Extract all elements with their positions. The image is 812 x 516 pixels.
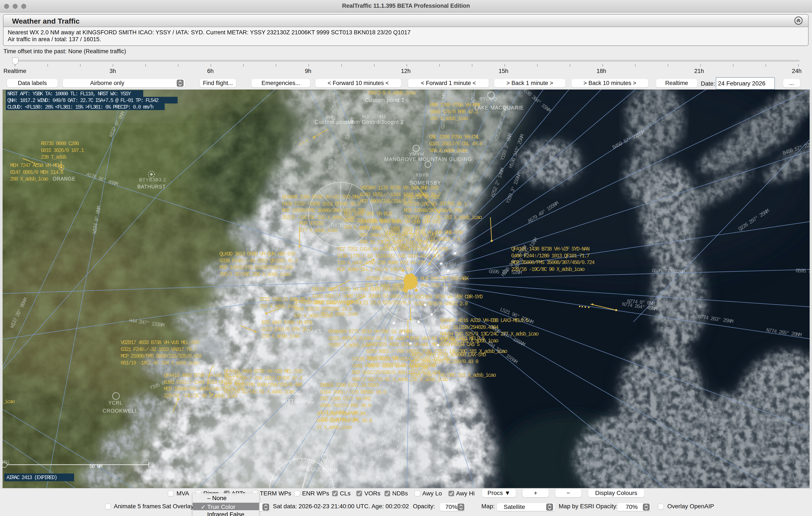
svg-text:220/16 -19C/8C 90 X_adsb_icao: 220/16 -19C/8C 90 X_adsb_icao xyxy=(511,266,585,273)
svg-text:ILS 34R: ILS 34R xyxy=(424,308,443,313)
svg-text:MCP 601C/25/836/0.468|212/276/: MCP 601C/25/836/0.468|212/276/0.428 xyxy=(352,370,441,376)
svg-text:CROOKWELL: CROOKWELL xyxy=(103,408,138,414)
svg-text:VOZ817 4033 B738 VH-VUS MEL-SY: VOZ817 4033 B738 VH-VUS MEL-SYD xyxy=(121,340,199,346)
svg-text:277 X_adsb_icao: 277 X_adsb_icao xyxy=(299,227,338,234)
svg-text:YMVM: YMVM xyxy=(409,151,424,157)
svg-text:W201 170°: W201 170° xyxy=(470,90,477,103)
svg-text:210 X_adsb_icao: 210 X_adsb_icao xyxy=(260,303,298,309)
svg-text:118 X_adsb_icao 12M 3000 R22 V: 118 X_adsb_icao 12M 3000 R22 VH-12M xyxy=(337,260,426,266)
svg-text:245A21N VH-OIR: 245A21N VH-OIR xyxy=(404,194,439,200)
svg-text:G321 F240↓/-32 1013 VA817 79.7: G321 F240↓/-32 1013 VA817 79.7 xyxy=(121,346,197,353)
svg-text:H2: H2 xyxy=(380,114,386,119)
svg-text:TAMMI B9000: TAMMI B9000 xyxy=(365,309,398,314)
svg-text:BYLMQ: BYLMQ xyxy=(480,96,497,101)
svg-text:MCP 14016/279.8|268/338/0.520: MCP 14016/279.8|268/338/0.520 xyxy=(220,265,293,271)
svg-text:G068 7017/0 PRZ 40.9: G068 7017/0 PRZ 40.9 xyxy=(320,403,371,409)
svg-text:R8735 0000 C206: R8735 0000 C206 xyxy=(41,141,79,147)
svg-text:CNL 1200 P28A VH-CNL: CNL 1200 P28A VH-CNL xyxy=(429,134,480,140)
svg-text:VOZ908 1176 B738 VH-IWX BNE-SY: VOZ908 1176 B738 VH-IWX BNE-SYD xyxy=(360,185,438,191)
svg-text:QFA487 4616 A332 VH-EBB LAX3-M: QFA487 4616 A332 VH-EBB LAX3-MEL9.5 xyxy=(440,317,529,324)
svg-text:VOZ7464 SF34 VH-VER CBR-SYD: VOZ7464 SF34 VH-VER CBR-SYD xyxy=(414,294,483,300)
svg-text:VOZ912 4062 B738 VH-VOO BNE-SY: VOZ912 4062 B738 VH-VOO BNE-SYD xyxy=(384,230,463,236)
svg-text:288 X_adsb_icao: 288 X_adsb_icao xyxy=(10,176,48,182)
svg-text:G136 1776↓/-83 1CZ42412 540 10: G136 1776↓/-83 1CZ42412 540 1018 AA73 3.… xyxy=(337,253,441,259)
svg-text:GT22 5301/0 BTN 35.7: GT22 5301/0 BTN 35.7 xyxy=(260,296,310,303)
svg-text:37 X_adsb_icao: 37 X_adsb_icao xyxy=(316,424,352,431)
svg-text:H3: H3 xyxy=(362,114,369,119)
svg-text:Custom point 1: Custom point 1 xyxy=(365,97,405,103)
svg-text:YSYB: YSYB xyxy=(415,172,429,178)
svg-text:50 NM: 50 NM xyxy=(89,463,103,469)
svg-text:QFA101 1430 B738 VH-VZF SYD-NA: QFA101 1430 B738 VH-VZF SYD-NAN xyxy=(511,246,589,252)
svg-text:G015 3026/0 107.1: G015 3026/0 107.1 xyxy=(41,148,84,154)
svg-text:ENDEV A2000: ENDEV A2000 xyxy=(408,326,443,332)
svg-text:011/10-18C 43 JST753 18.1: 011/10-18C 43 JST753 18.1 xyxy=(404,201,467,207)
svg-text:BTN 4047 P28A VH-BTN: BTN 4047 P28A VH-BTN xyxy=(262,320,312,326)
svg-text:G342 31|250/294020.4304: G342 31|250/294020.4304 xyxy=(440,324,498,331)
svg-text:QFA840 1356 B738 VH-VZJ SYD-DR: QFA840 1356 B738 VH-VZJ SYD-DRW xyxy=(282,194,360,200)
svg-text:G460 F244↑/1280 1013 QF101 71.: G460 F244↑/1280 1013 QF101 71.7 xyxy=(511,253,589,259)
svg-text:G301 F1954/-1288 1044 VU863 29: G301 F1954/-1288 1044 VU863 29.43 xyxy=(352,363,435,369)
svg-text:MCP 21008/FMS 8000/219/326/0.5: MCP 21008/FMS 8000/219/326/0.524 xyxy=(121,353,202,359)
svg-text:G252 5976/0 VA631 2.9: G252 5976/0 VA631 2.9 xyxy=(414,301,468,307)
svg-text:241 X_adsb_icao: 241 X_adsb_icao xyxy=(430,116,468,122)
svg-text:G094 5281/704 JPL 38.9: G094 5281/704 JPL 38.9 xyxy=(316,418,372,424)
svg-text:G122 5301/0 BTN 35.7: G122 5301/0 BTN 35.7 xyxy=(262,327,312,333)
svg-text:MCP 35008/FMS 35008/307/450/0.: MCP 35008/FMS 35008/307/450/0.724 xyxy=(511,260,594,266)
svg-text:G101 35517/0 CNL 40.4: G101 35517/0 CNL 40.4 xyxy=(429,141,482,147)
svg-text:AIRAC 2413 (EXPIRED): AIRAC 2413 (EXPIRED) xyxy=(6,475,57,481)
svg-text:GOULBURN: GOULBURN xyxy=(307,467,338,473)
svg-text:G178 220↑/7 992 1018 VA912 7.8: G178 220↑/7 992 1018 VA912 7.8 xyxy=(384,236,460,243)
svg-text:G338 F140↓/-64 1013 QF2202 45.: G338 F140↓/-64 1013 QF2202 45.2 xyxy=(220,258,298,264)
svg-text:JDL: JDL xyxy=(1,459,10,465)
svg-text:G104 2001↓/-128 R8563 38.0: G104 2001↓/-128 R8563 38.0 xyxy=(320,389,386,395)
svg-text:VJC85 5016 A333 VH-A814 SYD-SY: VJC85 5016 A333 VH-A814 SYD-SYD SYD-ABX xyxy=(352,356,451,362)
svg-text:QFA416 3604 B738 VH-VZB MEL-SY: QFA416 3604 B738 VH-VZB MEL-SYD xyxy=(224,368,302,374)
svg-text:082/3 50C/15 6C X_adsb_235 X_a: 082/3 50C/15 6C X_adsb_235 X_adsb_icao xyxy=(352,376,448,383)
svg-text:R8563 1200 EVSS 24-8563: R8563 1200 EVSS 24-8563 xyxy=(320,382,379,389)
svg-text:025/10 1C/14C 61 X_adsb_icao: 025/10 1C/14C 61 X_adsb_icao xyxy=(224,389,295,395)
svg-text:RXA6463 6775 SF34 VH-ZRC G1 A6: RXA6463 6775 SF34 VH-ZRC G1 A6800 xyxy=(328,329,412,335)
svg-text:G312 F150↓/-768 1013 QF416 47.: G312 F150↓/-768 1013 QF416 47.4 xyxy=(224,375,302,382)
svg-text:MITTAGONG: MITTAGONG xyxy=(281,398,314,404)
svg-text:166 X_adsb_icao: 166 X_adsb_icao xyxy=(429,148,467,154)
svg-text:FCZ 7251 C414 VH-FB7673B 043W: FCZ 7251 C414 VH-FB7673B 043W N724AN LAX… xyxy=(337,246,448,252)
svg-text:ORANGE: ORANGE xyxy=(53,176,76,182)
svg-text:G439 F232↑/1600 1013 QF840 38.: G439 F232↑/1600 1013 QF840 38.0 xyxy=(282,201,360,207)
svg-text:BLR 1200 B06 VH-BLR: BLR 1200 B06 VH-BLR xyxy=(344,211,392,217)
svg-text:G083 576/0 RRK 47.1: G083 576/0 RRK 47.1 xyxy=(430,109,478,115)
svg-text:NAW34 CAS 525/3 13C/24C 277 X_: NAW34 CAS 525/3 13C/24C 277 X_adsb_icao xyxy=(440,331,539,337)
svg-text:14C/30C 181 X_adsb_icao: 14C/30C 181 X_adsb_icao xyxy=(440,338,498,344)
svg-text:MANGROVE MOUNTAIN GLIDING: MANGROVE MOUNTAIN GLIDING xyxy=(384,156,472,162)
svg-text:297 X_adsb_icao: 297 X_adsb_icao xyxy=(320,311,358,317)
svg-text:G595 77° 32NM: G595 77° 32NM xyxy=(651,268,685,275)
svg-text:MCP 6000/FMS 8000/250/320/0.49: MCP 6000/FMS 8000/250/320/0.496 xyxy=(224,382,302,388)
svg-text:QLK426D 3646 DH8D VH-QOB CBR-S: QLK426D 3646 DH8D VH-QOB CBR-SYD xyxy=(359,219,440,225)
svg-text:RRK 1200 P28A VH-RRK: RRK 1200 P28A VH-RRK xyxy=(430,102,481,108)
svg-text:MCP 3008/154.1 G4L/A 146/0.220: MCP 3008/154.1 G4L/A 146/0.220 xyxy=(337,267,413,273)
svg-text:BATHURST: BATHURST xyxy=(137,184,166,189)
svg-text:POL23 0023 B429 VH-PHB G095 P0: POL23 0023 B429 VH-PHB G095 P01/0/849 xyxy=(312,286,406,293)
svg-text:MCP 32000/282/466/0.780: MCP 32000/282/466/0.780 xyxy=(404,208,462,214)
svg-text:290/3-5 X_adsb_icao: 290/3-5 X_adsb_icao xyxy=(368,90,416,96)
svg-text:LAKE MACQUARIE: LAKE MACQUARIE xyxy=(474,105,524,111)
svg-text:JPL 1200 P28A VH-JPL: JPL 1200 P28A VH-JPL xyxy=(316,411,367,417)
svg-text:G243 580↑/7 1408 1218 JQ504 53: G243 580↑/7 1408 1218 JQ504 53 adsb_icao xyxy=(312,293,413,299)
svg-text:205/1 5C/20C 290 X_adsb_icao: 205/1 5C/20C 290 X_adsb_icao xyxy=(220,271,290,277)
svg-text:051/19 -18C/-4C 334 X_adsb_ica: 051/19 -18C/-4C 334 X_adsb_icao xyxy=(121,360,199,366)
svg-text:PRZ 1200 C172 VH-PRZ: PRZ 1200 C172 VH-PRZ xyxy=(320,396,371,402)
svg-text:210 X_adsb_icao: 210 X_adsb_icao xyxy=(262,333,300,339)
svg-text:BUBIG: BUBIG xyxy=(406,312,422,318)
svg-text:YS297 X_adsb_icao: YS297 X_adsb_icao xyxy=(328,342,372,348)
svg-text:G147 6001/0 MEH 114.6: G147 6001/0 MEH 114.6 xyxy=(10,169,63,176)
svg-text:MCP 47520/: MCP 47520/ xyxy=(299,220,325,227)
svg-text:QLK9D 3613 DH8D VH-QON ABX-SYD: QLK9D 3613 DH8D VH-QON ABX-SYD xyxy=(220,251,295,257)
svg-text:BTYB3B3.2: BTYB3B3.2 xyxy=(139,177,166,182)
svg-text:CLOUD: <FL180: 26% <FL361: 15%: CLOUD: <FL180: 26% <FL361: 15% >FL361: 0… xyxy=(7,104,153,110)
svg-text:NRST APT: YSBK TA: 10000 TL: F: NRST APT: YSBK TA: 10000 TL: FL110, NRST… xyxy=(7,91,131,97)
svg-text:238 T_adsb: 238 T_adsb xyxy=(41,154,66,160)
svg-text:MEH 7247 AC50 VH-MEH: MEH 7247 AC50 VH-MEH xyxy=(10,162,61,169)
svg-text:QNH: 1017.2 WIND: 049/8 OAT: 2: QNH: 1017.2 WIND: 049/8 OAT: 22.7C ISA+7… xyxy=(7,97,158,104)
svg-text:YCRL: YCRL xyxy=(109,400,123,406)
